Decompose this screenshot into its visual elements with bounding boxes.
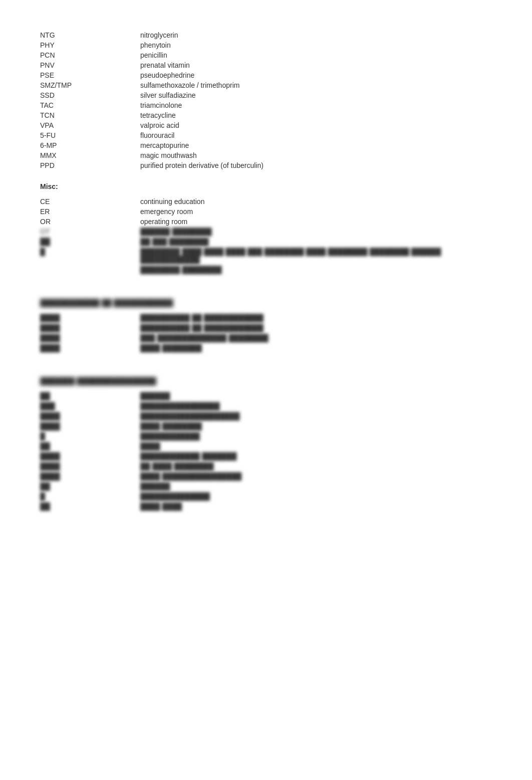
full-name-cell: fluorouracil xyxy=(140,130,492,140)
blurred-row: ███████████████ xyxy=(40,491,492,501)
medication-row: NTGnitroglycerin xyxy=(40,30,492,40)
abbr-cell: ██ xyxy=(40,391,140,401)
medication-row: PSEpseudoephedrine xyxy=(40,70,492,80)
abbr-cell: OR xyxy=(40,217,140,227)
medication-row: 6-MPmercaptopurine xyxy=(40,140,492,150)
misc-row: ████████ ████████ xyxy=(40,265,492,275)
medication-row: PPDpurified protein derivative (of tuber… xyxy=(40,160,492,170)
abbr-cell: ████ xyxy=(40,461,140,471)
blurred-row: ██████████████ ██ ████████████ xyxy=(40,313,492,323)
abbr-cell: MMX xyxy=(40,150,140,160)
medication-row: PCNpenicillin xyxy=(40,50,492,60)
abbr-cell: PHY xyxy=(40,40,140,50)
blurred-row: ███████████████████ xyxy=(40,401,492,411)
abbr-cell: 6-MP xyxy=(40,140,140,150)
medication-row: PNVprenatal vitamin xyxy=(40,60,492,70)
full-name-cell: magic mouthwash xyxy=(140,150,492,160)
full-name-cell: valproic acid xyxy=(140,120,492,130)
full-name-cell: ████████████ xyxy=(140,431,492,441)
full-name-cell: ████ ████ xyxy=(140,501,492,511)
blurred-section-2: ███████ ████████████████ ███████████████… xyxy=(40,365,492,511)
full-name-cell: ██ ████ ████████ xyxy=(140,461,492,471)
abbr-cell: ████ xyxy=(40,411,140,421)
blurred-row: ████████ xyxy=(40,481,492,491)
abbr-cell: ████ xyxy=(40,421,140,431)
medication-row: TCNtetracycline xyxy=(40,110,492,120)
full-name-cell: penicillin xyxy=(140,50,492,60)
abbr-cell: ████ xyxy=(40,343,140,353)
full-name-cell: ██████ xyxy=(140,481,492,491)
medications-table: NTGnitroglycerinPHYphenytoinPCNpenicilli… xyxy=(40,30,492,170)
blurred-row: ████████ xyxy=(40,391,492,401)
abbr-cell: █ xyxy=(40,431,140,441)
full-name-cell: ███ ██████████████ ████████ xyxy=(140,333,492,343)
abbr-cell: ██ xyxy=(40,481,140,491)
full-name-cell: purified protein derivative (of tubercul… xyxy=(140,160,492,170)
full-name-cell: ██ ███ ████████ xyxy=(140,237,492,247)
full-name-cell: ████ ████████ xyxy=(140,343,492,353)
full-name-cell: phenytoin xyxy=(140,40,492,50)
full-name-cell: ████████████ ███████ xyxy=(140,451,492,461)
full-name-cell: silver sulfadiazine xyxy=(140,90,492,100)
abbr-cell: ████ xyxy=(40,471,140,481)
abbr-cell: PPD xyxy=(40,160,140,170)
abbr-cell: ████ xyxy=(40,451,140,461)
full-name-cell: ████████████████ xyxy=(140,401,492,411)
abbr-cell: VPA xyxy=(40,120,140,130)
full-name-cell: sulfamethoxazole / trimethoprim xyxy=(140,80,492,90)
blurred-row: █████████████ xyxy=(40,431,492,441)
misc-row: ORoperating room xyxy=(40,217,492,227)
abbr-cell: PSE xyxy=(40,70,140,80)
blurred-row: ██████ ████ xyxy=(40,501,492,511)
full-name-cell: ██████ xyxy=(140,391,492,401)
abbr-cell xyxy=(40,265,140,275)
blurred-row: ████████ ████████████████ xyxy=(40,471,492,481)
full-name-cell: nitroglycerin xyxy=(140,30,492,40)
misc-section: Misc: CEcontinuing educationERemergency … xyxy=(40,182,492,275)
abbr-cell: CE xyxy=(40,197,140,207)
blurred-row: ████████ ████████ xyxy=(40,343,492,353)
blurred-row: ████████ ████████ xyxy=(40,421,492,431)
abbr-cell: ██ xyxy=(40,237,140,247)
full-name-cell: ██████████ ██ ████████████ xyxy=(140,323,492,333)
abbr-cell: ████ xyxy=(40,333,140,343)
full-name-cell: ██████████████ xyxy=(140,491,492,501)
full-name-cell: tetracycline xyxy=(140,110,492,120)
abbr-cell: █ xyxy=(40,491,140,501)
full-name-cell: ████████ ████████ xyxy=(140,265,492,275)
blurred-section-1: ████████████ ██ ████████████ ███████████… xyxy=(40,287,492,353)
full-name-cell: ████ ████████ xyxy=(140,421,492,431)
blurred-table-1: ██████████████ ██ ██████████████████████… xyxy=(40,313,492,353)
medication-row: 5-FUfluorouracil xyxy=(40,130,492,140)
blurred-row: ██████ ████ ████████ xyxy=(40,461,492,471)
abbr-cell: TAC xyxy=(40,100,140,110)
full-name-cell: ████ xyxy=(140,441,492,451)
abbr-cell: OT xyxy=(40,227,140,237)
abbr-cell: ███ xyxy=(40,401,140,411)
full-name-cell: ████████ ████ ████ ████ ███ ████████ ███… xyxy=(140,247,492,265)
abbr-cell: ████ xyxy=(40,323,140,333)
abbr-cell: ██ xyxy=(40,441,140,451)
abbr-cell: 5-FU xyxy=(40,130,140,140)
misc-row: █████████ ████ ████ ████ ███ ████████ ██… xyxy=(40,247,492,265)
blurred-row: ███████ ██████████████ ████████ xyxy=(40,333,492,343)
abbr-cell: PNV xyxy=(40,60,140,70)
medication-row: TACtriamcinolone xyxy=(40,100,492,110)
abbr-cell: TCN xyxy=(40,110,140,120)
full-name-cell: ████████████████████ xyxy=(140,411,492,421)
blurred-heading-2: ███████ ████████████████ xyxy=(40,377,156,385)
abbr-cell: ████ xyxy=(40,313,140,323)
full-name-cell: prenatal vitamin xyxy=(140,60,492,70)
blurred-row: ██████ xyxy=(40,441,492,451)
misc-row: ERemergency room xyxy=(40,207,492,217)
misc-heading: Misc: xyxy=(40,182,492,190)
medication-row: PHYphenytoin xyxy=(40,40,492,50)
full-name-cell: continuing education xyxy=(140,197,492,207)
full-name-cell: triamcinolone xyxy=(140,100,492,110)
full-name-cell: emergency room xyxy=(140,207,492,217)
full-name-cell: operating room xyxy=(140,217,492,227)
full-name-cell: ████ ████████████████ xyxy=(140,471,492,481)
abbr-cell: SMZ/TMP xyxy=(40,80,140,90)
blurred-row: ██████████████ ██ ████████████ xyxy=(40,323,492,333)
misc-row: CEcontinuing education xyxy=(40,197,492,207)
